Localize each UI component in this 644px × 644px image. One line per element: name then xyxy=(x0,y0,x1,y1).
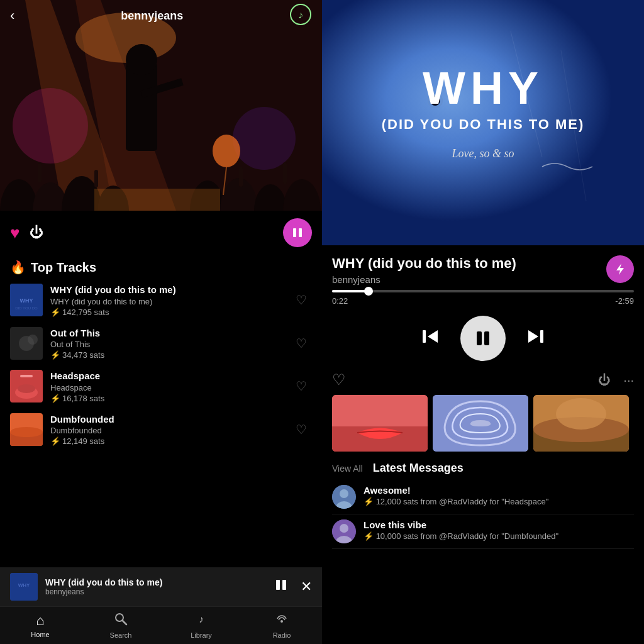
track-item-3[interactable]: Headspace Headspace ⚡ 16,178 sats ♡ xyxy=(0,365,322,408)
message-item-2: Love this vibe ⚡ 10,000 sats from @RadVl… xyxy=(332,514,634,549)
now-playing-title: WHY (did you do this to me) xyxy=(332,255,516,272)
nav-label-home: Home xyxy=(31,631,49,638)
svg-point-72 xyxy=(340,489,348,498)
track-art-3 xyxy=(10,370,43,402)
album-art-large: WHY (DID YOU DO THIS TO ME) Love, so & s… xyxy=(322,0,644,245)
svg-point-5 xyxy=(126,44,157,75)
album-thumb-3[interactable] xyxy=(533,395,629,452)
progress-fill xyxy=(332,290,369,292)
bolt-icon-4: ⚡ xyxy=(50,436,60,446)
strip-heart-icon[interactable]: ♡ xyxy=(332,371,346,389)
album-art-svg: WHY (DID YOU DO THIS TO ME) Love, so & s… xyxy=(322,0,644,245)
view-all-button[interactable]: View All xyxy=(332,464,363,474)
message-avatar-1 xyxy=(332,485,356,509)
svg-marker-57 xyxy=(616,264,624,275)
progress-bar[interactable] xyxy=(332,290,634,292)
nav-label-search: Search xyxy=(110,631,132,639)
strip-controls-row: ♡ ⏻ ··· xyxy=(332,371,634,389)
svg-text:WHY: WHY xyxy=(18,582,30,588)
main-pause-icon xyxy=(474,329,492,348)
track-art-2 xyxy=(10,327,43,360)
nav-item-radio[interactable]: Radio xyxy=(242,612,322,639)
concert-background xyxy=(0,0,322,211)
svg-rect-60 xyxy=(477,331,482,345)
svg-rect-26 xyxy=(293,228,296,237)
svg-rect-43 xyxy=(276,580,280,590)
track-heart-4[interactable]: ♡ xyxy=(291,417,312,442)
radio-icon xyxy=(275,612,289,630)
message-detail-1: ⚡ 12,000 sats from @RadVladdy for "Heads… xyxy=(364,497,548,506)
svg-point-17 xyxy=(213,135,240,167)
next-button[interactable] xyxy=(526,326,546,351)
svg-rect-63 xyxy=(540,330,543,343)
prev-button[interactable] xyxy=(420,326,440,351)
boost-power-icon[interactable]: ⏻ xyxy=(30,225,43,241)
album-art-content: WHY (DID YOU DO THIS TO ME) Love, so & s… xyxy=(322,0,644,245)
nav-item-home[interactable]: ⌂ Home xyxy=(0,613,80,638)
track-subtitle-1: WHY (did you do this to me) xyxy=(50,297,291,306)
thumb-art-1 xyxy=(332,395,428,452)
track-heart-1[interactable]: ♡ xyxy=(291,287,312,313)
next-icon xyxy=(526,326,546,347)
svg-rect-4 xyxy=(126,63,157,151)
bolt-msg-2: ⚡ xyxy=(364,531,374,541)
bolt-icon-1: ⚡ xyxy=(50,308,60,317)
svg-text:(DID YOU DO THIS TO ME): (DID YOU DO THIS TO ME) xyxy=(382,116,585,132)
mini-close-button[interactable]: ✕ xyxy=(301,579,312,595)
now-playing-section: WHY (did you do this to me) bennyjeans xyxy=(322,245,644,290)
track-title-4: Dumbfounded xyxy=(50,413,291,426)
concert-svg xyxy=(0,0,322,211)
top-tracks-title: Top Tracks xyxy=(31,260,96,275)
pause-button-top[interactable] xyxy=(283,218,312,247)
header-icon: ♪ xyxy=(289,3,312,28)
track-subtitle-4: Dumbfounded xyxy=(50,426,291,435)
now-playing-info: WHY (did you do this to me) bennyjeans xyxy=(332,255,516,285)
album-strip-section: ♡ ⏻ ··· xyxy=(322,369,644,457)
main-layout: ‹ bennyjeans ♪ ♥ ⏻ xyxy=(0,0,644,644)
track-item-4[interactable]: Dumbfounded Dumbfounded ⚡ 12,149 sats ♡ xyxy=(0,408,322,452)
mini-art-svg: WHY xyxy=(10,573,38,601)
track-subtitle-2: Out of This xyxy=(50,340,291,349)
mini-track-info: WHY (did you do this to me) bennyjeans xyxy=(45,577,274,596)
mini-pause-button[interactable] xyxy=(274,578,288,596)
message-heading-1: Awesome! xyxy=(364,485,548,496)
back-button[interactable]: ‹ xyxy=(10,8,14,24)
mini-artist: bennyjeans xyxy=(45,587,274,596)
track-item[interactable]: WHY DID YOU DO WHY (did you do this to m… xyxy=(0,279,322,322)
thumb-art-3 xyxy=(533,395,629,452)
nav-label-radio: Radio xyxy=(273,631,291,639)
album-thumb-1[interactable] xyxy=(332,395,428,452)
track-thumb-4 xyxy=(10,413,43,446)
message-detail-2: ⚡ 10,000 sats from @RadVladdy for "Dumbf… xyxy=(364,531,558,541)
track-heart-2[interactable]: ♡ xyxy=(291,331,312,356)
zap-button[interactable] xyxy=(606,255,634,283)
track-heart-3[interactable]: ♡ xyxy=(291,374,312,399)
svg-rect-23 xyxy=(94,189,220,211)
library-icon: ♪ xyxy=(194,612,208,630)
nav-item-library[interactable]: ♪ Library xyxy=(161,612,242,639)
track-subtitle-3: Headspace xyxy=(50,383,291,392)
thumb-art-2 xyxy=(433,395,528,452)
view-all-row: View All Latest Messages xyxy=(332,462,634,475)
right-panel: WHY (DID YOU DO THIS TO ME) Love, so & s… xyxy=(322,0,644,644)
nav-item-search[interactable]: Search xyxy=(80,612,161,639)
track-info-1: WHY (did you do this to me) WHY (did you… xyxy=(50,284,291,317)
svg-rect-37 xyxy=(20,375,33,377)
track-info-3: Headspace Headspace ⚡ 16,178 sats xyxy=(50,370,291,403)
mini-player: WHY WHY (did you do this to me) bennyjea… xyxy=(0,567,322,606)
track-item-2[interactable]: Out of This Out of This ⚡ 34,473 sats ♡ xyxy=(0,322,322,365)
strip-power-icon[interactable]: ⏻ xyxy=(598,373,611,387)
track-thumb-2 xyxy=(10,327,43,360)
nav-label-library: Library xyxy=(191,631,212,639)
message-item-1: Awesome! ⚡ 12,000 sats from @RadVladdy f… xyxy=(332,480,634,514)
main-pause-button[interactable] xyxy=(460,316,506,361)
favorite-heart-icon[interactable]: ♥ xyxy=(10,223,19,243)
album-thumb-2[interactable] xyxy=(433,395,528,452)
strip-more-icon[interactable]: ··· xyxy=(623,373,634,387)
svg-rect-22 xyxy=(283,162,287,184)
bolt-msg-1: ⚡ xyxy=(364,497,374,506)
action-row: ♥ ⏻ xyxy=(0,211,322,255)
svg-point-40 xyxy=(10,427,43,437)
progress-section: 0:22 -2:59 xyxy=(322,290,644,311)
svg-text:DID YOU DO: DID YOU DO xyxy=(15,306,38,310)
